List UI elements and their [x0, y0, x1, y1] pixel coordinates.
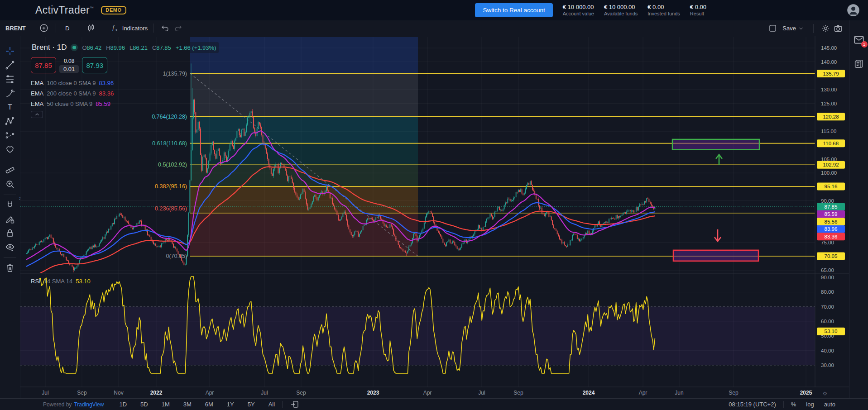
price-badge: 120.28	[817, 113, 845, 120]
log-scale-button[interactable]: log	[806, 401, 814, 408]
svg-text:130.00: 130.00	[821, 87, 837, 92]
app-logo: ActivTrader™	[35, 4, 94, 16]
magnet-mode-button[interactable]	[3, 198, 17, 212]
svg-text:140.00: 140.00	[821, 59, 837, 65]
chart-area: 1(135.79)0.764(120.28)0.618(110.68)0.5(1…	[20, 36, 849, 398]
text-tool-button[interactable]: T	[3, 100, 17, 114]
chart-style-button[interactable]	[85, 22, 97, 34]
svg-text:83.96: 83.96	[825, 226, 838, 232]
emoji-tool-button[interactable]	[3, 143, 17, 156]
projection-tool-button[interactable]	[3, 129, 17, 142]
activtrader-app: ActivTrader™ DEMO Switch to Real account…	[0, 0, 868, 410]
hide-drawings-button[interactable]	[3, 240, 17, 254]
trash-icon	[5, 262, 15, 273]
svg-text:T: T	[8, 103, 12, 111]
range-5d[interactable]: 5D	[140, 401, 148, 408]
layout-select-button[interactable]	[766, 22, 779, 35]
chart-settings-button[interactable]	[819, 22, 832, 35]
pencil-lock-icon	[5, 214, 15, 224]
trend-line-icon	[5, 60, 15, 71]
axis-settings-icon[interactable]: ☼	[822, 389, 828, 396]
svg-text:Jun: Jun	[675, 390, 683, 396]
pattern-tool-button[interactable]	[3, 114, 17, 128]
user-avatar[interactable]	[847, 4, 860, 17]
right-sidebar: 1	[849, 20, 868, 398]
price-badge: 87.85	[817, 203, 845, 210]
brush-icon	[5, 88, 15, 99]
range-6m[interactable]: 6M	[205, 401, 213, 408]
magnifier-plus-icon	[5, 179, 15, 190]
spread-value: 0.08	[64, 58, 74, 64]
drawing-mode-lock-button[interactable]	[3, 212, 17, 226]
divider	[282, 401, 283, 408]
svg-text:60.00: 60.00	[821, 319, 834, 324]
svg-text:102.92: 102.92	[823, 162, 839, 167]
indicators-icon[interactable]: ƒx	[109, 22, 121, 34]
svg-text:x: x	[115, 28, 118, 32]
range-1d[interactable]: 1D	[119, 401, 127, 408]
go-to-date-button[interactable]	[290, 400, 299, 409]
range-3m[interactable]: 3M	[183, 401, 192, 408]
ema-100-row[interactable]: EMA100 close 0 SMA 983.96	[31, 78, 114, 88]
auto-scale-button[interactable]: auto	[824, 401, 835, 408]
svg-text:0.5(102.92): 0.5(102.92)	[158, 162, 187, 168]
svg-text:2025: 2025	[800, 390, 812, 396]
lock-drawings-button[interactable]	[3, 226, 17, 240]
indicators-button[interactable]: Indicators	[122, 25, 148, 32]
tradingview-link[interactable]: TradingView	[74, 401, 104, 408]
chart-toolbar: BRENT D ƒx Indicators	[0, 20, 868, 36]
svg-text:Apr: Apr	[639, 390, 647, 396]
zoom-in-tool-button[interactable]	[3, 177, 17, 191]
ema-50-row[interactable]: EMA50 close 0 SMA 985.59	[31, 99, 114, 109]
price-badge: 70.05	[817, 253, 845, 260]
brush-tool-button[interactable]	[3, 86, 17, 100]
symbol-button[interactable]: BRENT	[5, 25, 26, 32]
svg-text:0.236(85.56): 0.236(85.56)	[155, 205, 187, 212]
trend-line-tool-button[interactable]	[3, 58, 17, 72]
news-button[interactable]	[852, 57, 866, 70]
measure-tool-button[interactable]	[3, 163, 17, 177]
interval-button[interactable]: D	[62, 25, 73, 32]
spread-display: 0.08 0.01	[59, 58, 79, 73]
range-5y[interactable]: 5Y	[248, 401, 255, 408]
svg-text:85.56: 85.56	[825, 219, 838, 224]
price-badge: 95.16	[817, 182, 845, 190]
range-1y[interactable]: 1Y	[227, 401, 234, 408]
fib-retracement-tool-button[interactable]	[3, 72, 17, 86]
switch-to-real-button[interactable]: Switch to Real account	[475, 3, 552, 17]
svg-text:ƒ: ƒ	[111, 24, 115, 31]
svg-text:Jul: Jul	[478, 390, 485, 396]
remove-drawings-button[interactable]	[3, 261, 17, 275]
redo-icon	[173, 23, 183, 33]
snapshot-button[interactable]	[832, 22, 844, 35]
scale-buttons: % log auto	[791, 401, 835, 408]
svg-text:2024: 2024	[583, 390, 595, 396]
bid-ask-widget: 87.85 0.08 0.01 87.93	[31, 57, 107, 73]
demand-zone-box[interactable]	[673, 250, 758, 261]
collapse-legend-button[interactable]	[31, 111, 43, 118]
percent-scale-button[interactable]: %	[791, 401, 796, 408]
eye-icon	[5, 242, 15, 253]
inbox-button[interactable]: 1	[852, 33, 866, 47]
ema-200-row[interactable]: EMA200 close 0 SMA 983.36	[31, 88, 114, 99]
range-1m[interactable]: 1M	[162, 401, 170, 408]
stat-value: € 10 000.00	[604, 4, 638, 11]
svg-text:0(70.05): 0(70.05)	[166, 253, 187, 259]
redo-button[interactable]	[172, 22, 184, 34]
sell-button[interactable]: 87.85	[31, 57, 56, 73]
crosshair-tool-button[interactable]	[3, 44, 17, 58]
svg-text:115.00: 115.00	[821, 129, 836, 134]
session-clock[interactable]: 08:15:19 (UTC+2)	[729, 401, 776, 408]
stat-label: Result	[690, 11, 706, 17]
undo-button[interactable]	[159, 22, 172, 34]
save-layout-button[interactable]: Save Save	[782, 25, 804, 32]
compare-add-button[interactable]	[38, 22, 50, 34]
svg-text:87.85: 87.85	[825, 204, 838, 210]
supply-zone-box[interactable]	[672, 139, 759, 150]
buy-button[interactable]: 87.93	[82, 57, 107, 73]
layout-square-icon	[768, 24, 777, 33]
indicator-legend: EMA100 close 0 SMA 983.96 EMA200 close 0…	[31, 78, 114, 109]
rsi-legend[interactable]: RSI 14 SMA 14 53.10	[31, 278, 91, 285]
range-all[interactable]: All	[269, 401, 275, 408]
stat-value: € 0.00	[647, 4, 680, 11]
